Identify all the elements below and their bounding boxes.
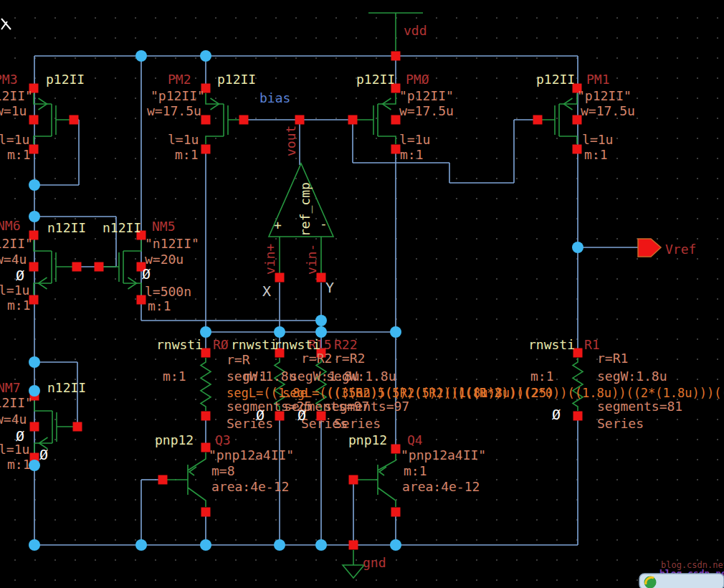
rm2-r[interactable]: r=R2 <box>334 351 365 366</box>
pm3-model[interactable]: "p12II" <box>0 88 33 103</box>
nm7-name[interactable]: NM7 <box>0 380 21 395</box>
pin-square[interactable] <box>295 115 305 125</box>
nm6-cell[interactable]: n12II <box>47 220 86 235</box>
nm5-w[interactable]: w=20u <box>145 252 184 267</box>
nmos-symbol-NM5[interactable] <box>99 240 141 295</box>
rm2-segments[interactable]: segments=97 <box>324 399 409 414</box>
pin-square[interactable] <box>391 52 401 61</box>
pin-square[interactable] <box>239 115 249 125</box>
vdd-label[interactable]: vdd <box>404 23 427 38</box>
schematic-canvas[interactable]: PM3PM2PMØPM1NM6NM5NM7Q3Q4RØR15R22R1vddgn… <box>0 0 724 588</box>
pm0-name[interactable]: PMØ <box>406 72 429 87</box>
q3-m[interactable]: m=8 <box>211 463 235 478</box>
nm7-model[interactable]: "n12II" <box>0 395 33 410</box>
q3-cell[interactable]: pnp12 <box>155 432 194 447</box>
pin-square[interactable] <box>391 445 401 454</box>
pm2-model[interactable]: "p12II" <box>151 88 205 103</box>
pin-square[interactable] <box>201 115 211 125</box>
rm1-r[interactable]: r=R2 <box>301 351 332 366</box>
rm2-series[interactable]: Series <box>334 416 381 431</box>
q4-cell[interactable]: pnp12 <box>348 432 387 447</box>
pm3-m[interactable]: m:1 <box>7 147 31 162</box>
r22-name[interactable]: R22 <box>334 337 358 352</box>
pm2-w[interactable]: w=17.5u <box>147 103 201 118</box>
pin-square[interactable] <box>573 145 582 154</box>
r0-cell[interactable]: rnwsti <box>156 337 203 352</box>
vinp-net-label[interactable]: vin+ <box>262 243 277 275</box>
gnd-label[interactable]: gnd <box>363 555 386 570</box>
pin-square[interactable] <box>201 145 211 154</box>
nm5-cell[interactable]: n12II <box>103 220 141 235</box>
q3-model[interactable]: "pnp12a4II" <box>209 447 294 463</box>
r1-name[interactable]: R1 <box>584 337 600 352</box>
q4-name[interactable]: Q4 <box>407 432 423 447</box>
pin-square[interactable] <box>29 262 39 272</box>
pin-square[interactable] <box>348 115 358 125</box>
r0-m[interactable]: m:1 <box>163 369 186 384</box>
nm7-w[interactable]: w=4u <box>0 412 27 427</box>
pin-square[interactable] <box>533 115 543 125</box>
pm0-cell[interactable]: p12II <box>356 72 395 87</box>
pm3-name[interactable]: PM3 <box>0 72 18 87</box>
r1-segl[interactable]: (((R*2))((2*0))((1.8u))((2*(1.8u)))((1.8… <box>457 386 724 400</box>
r0-name[interactable]: RØ <box>213 337 229 352</box>
pin-square[interactable] <box>30 422 39 432</box>
gnd-symbol[interactable] <box>343 550 364 578</box>
pm1-cell[interactable]: p12II <box>536 72 575 87</box>
pm1-name[interactable]: PM1 <box>586 72 610 87</box>
pin-square[interactable] <box>573 412 583 421</box>
vref-port-arrow[interactable] <box>638 239 661 257</box>
noconn-4[interactable]: Ø <box>39 446 48 463</box>
vout-net-label[interactable]: vout <box>283 125 298 156</box>
vref-label[interactable]: Vref <box>665 242 696 257</box>
pmos-symbol-PM1[interactable] <box>538 93 577 144</box>
nm7-m[interactable]: m:1 <box>7 457 31 472</box>
nm6-m[interactable]: m:1 <box>7 298 31 313</box>
pin-square[interactable] <box>95 262 104 272</box>
r1-m[interactable]: m:1 <box>530 369 554 384</box>
pm2-name[interactable]: PM2 <box>168 72 191 87</box>
opamp-plus[interactable]: + <box>274 217 282 232</box>
r1-segments[interactable]: segments=81 <box>597 399 682 414</box>
rm1-cell[interactable]: rnwsti <box>231 337 277 352</box>
node-y-label[interactable]: Y <box>325 279 334 296</box>
pm0-model[interactable]: "p12II" <box>399 88 454 103</box>
pm2-l[interactable]: l=1u <box>168 132 199 147</box>
r0-r[interactable]: r=R <box>227 352 250 367</box>
q4-m[interactable]: m:1 <box>404 463 427 478</box>
noconn-3[interactable]: Ø <box>16 427 24 445</box>
pm0-l[interactable]: l=1u <box>399 132 430 147</box>
pin-square[interactable] <box>201 508 211 517</box>
q4-area[interactable]: area:4e-12 <box>402 479 480 494</box>
noconn-6[interactable]: Ø <box>297 407 306 424</box>
opamp-minus[interactable]: - <box>320 216 328 231</box>
nm5-m[interactable]: m:1 <box>148 298 171 313</box>
pm1-model[interactable]: "p12II" <box>577 88 632 103</box>
pin-square[interactable] <box>158 475 168 485</box>
pm3-cell[interactable]: p12II <box>46 72 85 87</box>
vinn-net-label[interactable]: vin- <box>304 244 319 275</box>
rm2-cell[interactable]: rnwsti <box>274 337 320 352</box>
r1-r[interactable]: r=R1 <box>597 351 628 366</box>
r1-segw[interactable]: segW:1.8u <box>597 369 667 384</box>
opamp-cell[interactable]: ref_cmp <box>297 182 313 237</box>
pm1-l[interactable]: l=1u <box>582 132 613 147</box>
pin-square[interactable] <box>72 262 82 272</box>
nm5-name[interactable]: NM5 <box>152 219 176 234</box>
pin-square[interactable] <box>201 412 211 421</box>
pm1-w[interactable]: w=17.5u <box>581 103 635 118</box>
nm6-name[interactable]: NM6 <box>0 218 21 233</box>
nm6-model[interactable]: "n12II" <box>0 236 33 251</box>
pm0-w[interactable]: w=17.5u <box>399 103 454 118</box>
pm2-cell[interactable]: p12II <box>217 72 256 87</box>
pm2-m[interactable]: m:1 <box>175 147 199 162</box>
noconn-5[interactable]: Ø <box>256 407 265 424</box>
pnp-symbol-Q4[interactable] <box>358 454 396 507</box>
r1-series[interactable]: Series <box>597 416 644 431</box>
nm7-l[interactable]: l=1u <box>0 442 29 457</box>
nm5-l[interactable]: l=500n <box>145 284 191 299</box>
noconn-1[interactable]: Ø <box>16 267 24 284</box>
pm1-m[interactable]: m:1 <box>584 147 608 162</box>
noconn-2[interactable]: Ø <box>142 265 151 283</box>
noconn-7[interactable]: Ø <box>552 406 561 423</box>
